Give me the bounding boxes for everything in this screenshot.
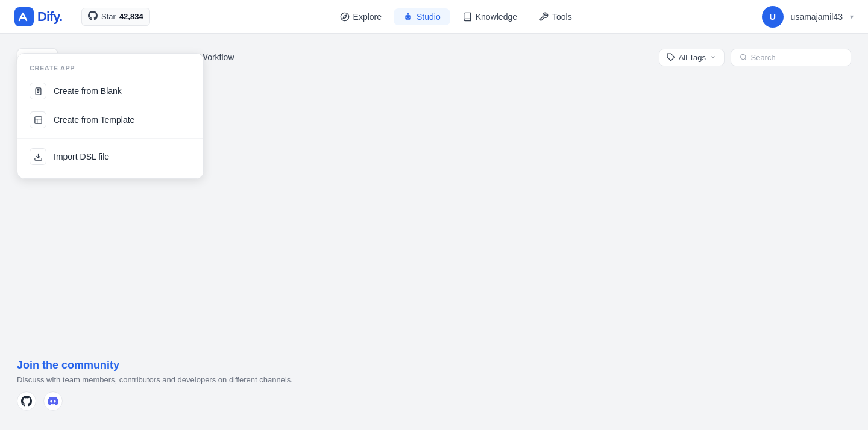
- dropdown-divider: [17, 138, 203, 139]
- import-dsl-item[interactable]: Import DSL file: [17, 142, 203, 171]
- community-title[interactable]: Join the community: [17, 359, 293, 372]
- community-section: Join the community Discuss with team mem…: [17, 359, 293, 411]
- community-desc: Discuss with team members, contributors …: [17, 375, 293, 384]
- main-content: All CREATE APP Create from Blank: [0, 34, 868, 95]
- github-community-icon: [21, 396, 32, 407]
- create-app-dropdown: CREATE APP Create from Blank: [17, 53, 204, 179]
- robot-icon: [403, 12, 413, 22]
- star-label: Star: [101, 12, 116, 21]
- filter-bar: All CREATE APP Create from Blank: [17, 48, 851, 66]
- star-count: 42,834: [119, 12, 143, 21]
- all-tab-container: All CREATE APP Create from Blank: [17, 48, 58, 66]
- github-community-btn[interactable]: [17, 391, 36, 411]
- nav-tools[interactable]: Tools: [529, 8, 582, 25]
- user-avatar[interactable]: U: [762, 6, 784, 28]
- svg-point-1: [341, 13, 348, 20]
- logo-link[interactable]: Dify.: [14, 7, 62, 26]
- discord-community-icon: [48, 396, 58, 407]
- blank-icon: [30, 83, 46, 99]
- nav-explore[interactable]: Explore: [330, 8, 391, 25]
- svg-marker-2: [343, 15, 347, 19]
- tag-icon: [667, 53, 675, 61]
- create-app-section-label: CREATE APP: [17, 61, 203, 76]
- import-dsl-icon: [30, 148, 46, 165]
- book-icon: [462, 12, 472, 22]
- svg-point-20: [741, 54, 746, 59]
- svg-point-5: [409, 16, 410, 17]
- chevron-down-icon[interactable]: ▾: [850, 13, 854, 21]
- compass-icon: [340, 12, 350, 22]
- community-icons: [17, 391, 293, 411]
- filter-right: All Tags: [659, 49, 851, 66]
- search-input[interactable]: [750, 53, 842, 62]
- logo-text: Dify.: [37, 9, 62, 25]
- svg-rect-13: [34, 116, 41, 123]
- tags-label: All Tags: [679, 53, 706, 62]
- svg-point-7: [407, 13, 409, 14]
- search-icon: [740, 53, 747, 61]
- nav-studio-label: Studio: [417, 12, 441, 22]
- template-icon: [30, 111, 46, 128]
- tools-icon: [539, 12, 549, 22]
- tags-button[interactable]: All Tags: [659, 49, 725, 66]
- dify-logo-icon: [14, 7, 34, 26]
- svg-line-21: [745, 58, 746, 60]
- nav-explore-label: Explore: [353, 12, 382, 22]
- svg-point-4: [406, 16, 407, 17]
- tags-chevron-icon: [709, 54, 717, 61]
- github-icon: [88, 11, 98, 23]
- topnav: Dify. Star 42,834 Explore: [0, 0, 868, 34]
- username-label[interactable]: usamajamil43: [791, 12, 843, 22]
- create-from-template-item[interactable]: Create from Template: [17, 105, 203, 134]
- filter-tabs: All CREATE APP Create from Blank: [17, 48, 244, 66]
- create-from-template-label: Create from Template: [54, 115, 134, 125]
- nav-tools-label: Tools: [552, 12, 572, 22]
- create-from-blank-label: Create from Blank: [54, 86, 122, 96]
- nav-center: Explore Studio Knowledge Tool: [330, 8, 582, 25]
- svg-rect-6: [407, 18, 409, 19]
- nav-knowledge-label: Knowledge: [476, 12, 517, 22]
- search-box[interactable]: [731, 49, 851, 66]
- tab-workflow-label: Workflow: [200, 52, 234, 62]
- nav-knowledge[interactable]: Knowledge: [453, 8, 527, 25]
- nav-right: U usamajamil43 ▾: [762, 6, 854, 28]
- discord-community-btn[interactable]: [43, 391, 63, 411]
- import-dsl-label: Import DSL file: [54, 152, 109, 161]
- create-from-blank-item[interactable]: Create from Blank: [17, 76, 203, 105]
- nav-studio[interactable]: Studio: [394, 8, 450, 25]
- github-badge[interactable]: Star 42,834: [81, 8, 150, 26]
